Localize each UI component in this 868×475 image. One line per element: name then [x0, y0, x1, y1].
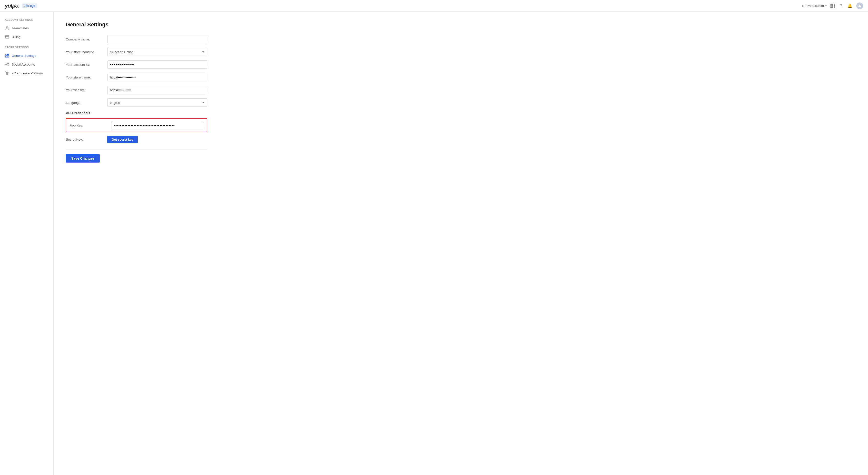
api-credentials-section: API Credentials App Key: Secret Key: Get…	[66, 111, 207, 143]
form-divider	[66, 149, 207, 149]
app-key-input[interactable]	[111, 121, 203, 129]
sidebar-item-teammates[interactable]: Teammates	[0, 24, 53, 32]
ecommerce-platform-label: eCommerce Platform	[12, 71, 43, 75]
save-changes-button[interactable]: Save Changes	[66, 154, 100, 163]
general-settings-form: Company name: Your store industry: Selec…	[66, 35, 207, 163]
fivetran-selector[interactable]: 🖥 fivetran.com ▾	[802, 4, 827, 8]
sidebar: ACCOUNT SETTINGS Teammates Bi	[0, 12, 54, 475]
language-row: Language: english french german spanish …	[66, 98, 207, 107]
fivetran-label-text: fivetran.com	[807, 4, 824, 7]
company-name-input[interactable]	[107, 35, 207, 43]
svg-point-7	[8, 63, 9, 64]
store-name-input[interactable]	[107, 73, 207, 82]
sidebar-item-ecommerce-platform[interactable]: eCommerce Platform	[0, 69, 53, 77]
store-industry-label: Your store industry:	[66, 50, 107, 54]
sidebar-item-social-accounts[interactable]: Social Accounts	[0, 60, 53, 69]
svg-point-8	[5, 64, 6, 65]
account-id-label: Your account ID:	[66, 63, 107, 67]
account-id-row: Your account ID:	[66, 60, 207, 69]
app-key-label: App Key:	[70, 124, 111, 127]
sidebar-item-billing[interactable]: Billing	[0, 32, 53, 41]
main-content: General Settings Company name: Your stor…	[54, 12, 868, 475]
svg-point-1	[6, 27, 8, 28]
notifications-icon[interactable]: 🔔	[847, 3, 852, 8]
account-section-label: ACCOUNT SETTINGS	[0, 19, 53, 24]
svg-rect-4	[7, 54, 9, 55]
website-input[interactable]	[107, 86, 207, 94]
get-secret-key-button[interactable]: Get secret key	[107, 136, 138, 143]
svg-rect-2	[5, 36, 9, 38]
store-name-label: Your store name:	[66, 75, 107, 79]
social-accounts-label: Social Accounts	[12, 63, 35, 66]
sidebar-item-general-settings[interactable]: General Settings	[0, 51, 53, 60]
topnav-right: 🖥 fivetran.com ▾ ? 🔔	[802, 2, 863, 9]
store-industry-row: Your store industry: Select an Option Re…	[66, 48, 207, 56]
monitor-icon: 🖥	[802, 4, 805, 8]
page-layout: ACCOUNT SETTINGS Teammates Bi	[0, 12, 868, 475]
website-label: Your website:	[66, 88, 107, 92]
svg-rect-5	[5, 56, 7, 57]
settings-badge: Settings	[22, 3, 37, 8]
topnav-left: yotpo. Settings	[5, 3, 37, 9]
company-name-label: Company name:	[66, 37, 107, 41]
store-name-row: Your store name:	[66, 73, 207, 82]
social-icon	[5, 62, 9, 67]
top-navigation: yotpo. Settings 🖥 fivetran.com ▾ ? 🔔	[0, 0, 868, 12]
teammates-label: Teammates	[12, 26, 29, 30]
svg-rect-6	[7, 56, 9, 57]
svg-point-10	[7, 74, 7, 74]
app-key-row: App Key:	[70, 121, 203, 129]
user-icon	[5, 26, 9, 30]
account-id-input[interactable]	[107, 60, 207, 69]
billing-label: Billing	[12, 35, 21, 39]
billing-icon	[5, 35, 9, 39]
avatar[interactable]	[856, 2, 863, 9]
grid-icon	[831, 4, 835, 8]
ecommerce-icon	[5, 71, 9, 75]
secret-key-label: Secret Key:	[66, 138, 107, 141]
fivetran-dropdown-arrow: ▾	[825, 4, 827, 7]
general-settings-icon	[5, 53, 9, 58]
app-key-box: App Key:	[66, 118, 207, 132]
account-settings-section: ACCOUNT SETTINGS Teammates Bi	[0, 19, 53, 41]
language-label: Language:	[66, 101, 107, 104]
api-credentials-title: API Credentials	[66, 111, 207, 115]
yotpo-logo: yotpo.	[5, 3, 20, 9]
store-settings-section: STORE SETTINGS General Settings	[0, 46, 53, 77]
svg-point-9	[8, 65, 9, 66]
company-name-row: Company name:	[66, 35, 207, 43]
help-icon[interactable]: ?	[839, 3, 844, 8]
website-row: Your website:	[66, 86, 207, 94]
language-select[interactable]: english french german spanish italian	[107, 98, 207, 107]
svg-point-11	[7, 74, 8, 74]
page-title: General Settings	[66, 22, 856, 28]
general-settings-label: General Settings	[12, 54, 36, 58]
store-section-label: STORE SETTINGS	[0, 46, 53, 51]
store-industry-select[interactable]: Select an Option Retail Beauty Fashion E…	[107, 48, 207, 56]
secret-key-row: Secret Key: Get secret key	[66, 136, 207, 143]
svg-rect-3	[5, 54, 7, 55]
apps-grid-button[interactable]	[831, 4, 835, 8]
